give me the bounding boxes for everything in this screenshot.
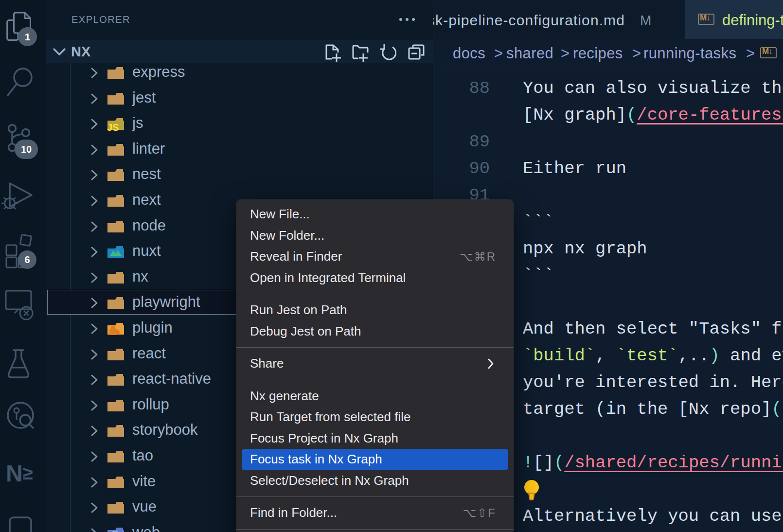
- svg-text:JS: JS: [107, 122, 119, 131]
